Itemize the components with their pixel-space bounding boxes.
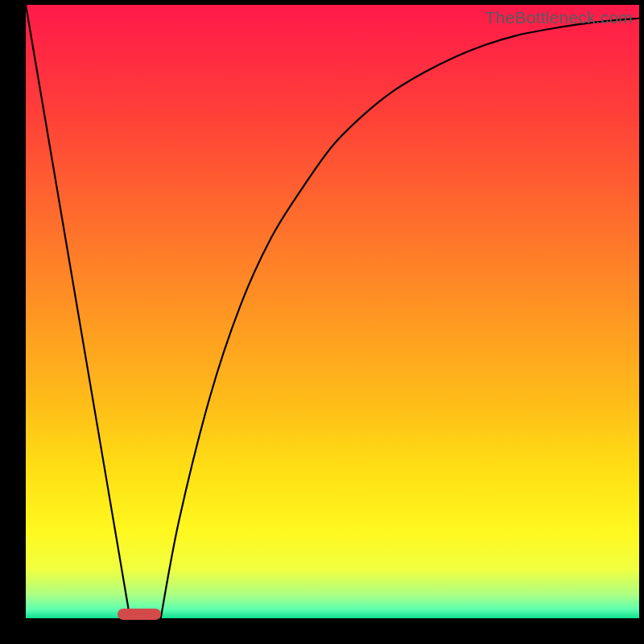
plot-area: TheBottleneck.com: [26, 5, 639, 618]
right-curve: [161, 19, 639, 618]
left-line: [26, 5, 130, 618]
optimal-indicator: [118, 609, 160, 620]
curve-svg: [26, 5, 639, 618]
chart-frame: TheBottleneck.com: [0, 0, 644, 644]
